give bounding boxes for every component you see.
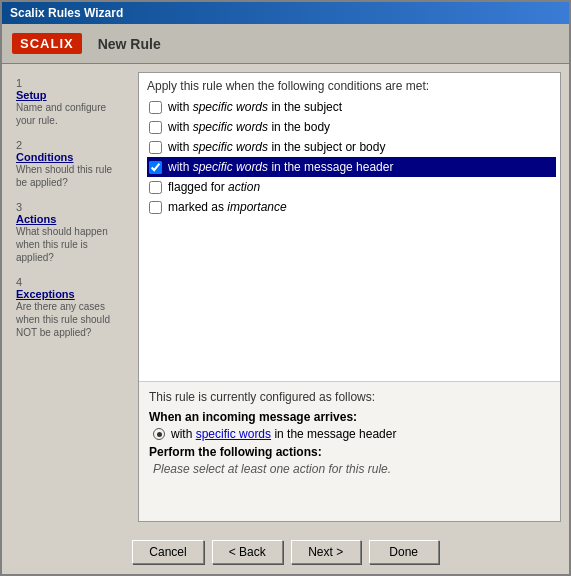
done-button[interactable]: Done [369,540,439,564]
perform-title: Perform the following actions: [149,445,550,459]
condition-item-5: flagged for action [147,177,556,197]
condition-label-6: marked as importance [168,200,287,214]
condition-checkbox-1[interactable] [149,101,162,114]
window: Scalix Rules Wizard SCALIX New Rule 1 Se… [0,0,571,576]
sidebar-step-setup[interactable]: 1 Setup Name and configure your rule. [10,72,130,132]
when-title: When an incoming message arrives: [149,410,550,424]
sidebar-item-label-exceptions[interactable]: Exceptions [16,288,124,300]
condition-label-2: with specific words in the body [168,120,330,134]
main-panel: Apply this rule when the following condi… [138,72,561,522]
sidebar-step-exceptions[interactable]: 4 Exceptions Are there any cases when th… [10,271,130,344]
content-area: 1 Setup Name and configure your rule. 2 … [2,64,569,530]
condition-item-6: marked as importance [147,197,556,217]
window-title: Scalix Rules Wizard [10,6,123,20]
condition-label-1: with specific words in the subject [168,100,342,114]
cancel-button[interactable]: Cancel [132,540,203,564]
step-desc-conditions: When should this rule be applied? [16,163,124,189]
condition-checkbox-5[interactable] [149,181,162,194]
conditions-area: Apply this rule when the following condi… [139,73,560,381]
specific-words-link[interactable]: specific words [196,427,271,441]
condition-label-4: with specific words in the message heade… [168,160,393,174]
header-strip: SCALIX New Rule [2,24,569,64]
step-number-2: 2 [16,139,124,151]
condition-item-4: with specific words in the message heade… [147,157,556,177]
summary-area: This rule is currently configured as fol… [139,381,560,521]
condition-checkbox-6[interactable] [149,201,162,214]
sidebar-step-actions[interactable]: 3 Actions What should happen when this r… [10,196,130,269]
step-number-4: 4 [16,276,124,288]
conditions-list[interactable]: with specific words in the subject with … [139,97,560,272]
scalix-logo: SCALIX [12,33,82,54]
condition-checkbox-3[interactable] [149,141,162,154]
when-item: with specific words in the message heade… [153,427,550,441]
step-desc-setup: Name and configure your rule. [16,101,124,127]
button-bar: Cancel < Back Next > Done [2,530,569,574]
page-title: New Rule [98,36,161,52]
sidebar: 1 Setup Name and configure your rule. 2 … [10,72,130,522]
condition-label-5: flagged for action [168,180,260,194]
when-item-text: with specific words in the message heade… [171,427,396,441]
sidebar-item-label-conditions[interactable]: Conditions [16,151,124,163]
condition-item-2: with specific words in the body [147,117,556,137]
conditions-header: Apply this rule when the following condi… [139,73,560,97]
sidebar-item-label-actions[interactable]: Actions [16,213,124,225]
step-desc-actions: What should happen when this rule is app… [16,225,124,264]
next-button[interactable]: Next > [291,540,361,564]
title-bar: Scalix Rules Wizard [2,2,569,24]
step-number-3: 3 [16,201,124,213]
condition-item-1: with specific words in the subject [147,97,556,117]
step-number-1: 1 [16,77,124,89]
condition-label-3: with specific words in the subject or bo… [168,140,385,154]
step-desc-exceptions: Are there any cases when this rule shoul… [16,300,124,339]
sidebar-step-conditions[interactable]: 2 Conditions When should this rule be ap… [10,134,130,194]
radio-icon [153,428,165,440]
back-button[interactable]: < Back [212,540,283,564]
condition-item-3: with specific words in the subject or bo… [147,137,556,157]
condition-checkbox-2[interactable] [149,121,162,134]
perform-action-text: Please select at least one action for th… [153,462,550,476]
sidebar-item-label-setup[interactable]: Setup [16,89,124,101]
radio-inner [157,432,162,437]
summary-title: This rule is currently configured as fol… [149,390,550,404]
condition-checkbox-4[interactable] [149,161,162,174]
